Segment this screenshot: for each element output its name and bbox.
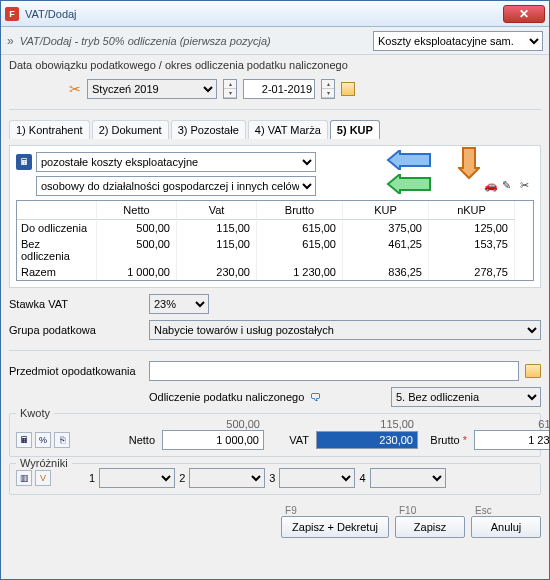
- mode-subtitle: VAT/Dodaj - tryb 50% odliczenia (pierwsz…: [20, 35, 367, 47]
- tab-pozostale[interactable]: 3) Pozostałe: [171, 120, 246, 139]
- amounts-group-label: Kwoty: [16, 407, 54, 419]
- vehicle-use-select[interactable]: osobowy do działalności gospodarczej i i…: [36, 176, 316, 196]
- vat-tag-icon[interactable]: V: [35, 470, 51, 486]
- col-empty: [17, 201, 97, 220]
- expand-icon[interactable]: »: [7, 34, 14, 48]
- scissors-small-icon[interactable]: ✂: [520, 179, 534, 193]
- d1-label: 1: [89, 472, 95, 484]
- table-row: Do odliczenia 500,00 115,00 615,00 375,0…: [17, 220, 533, 236]
- d4-select[interactable]: [370, 468, 446, 488]
- d4-label: 4: [359, 472, 365, 484]
- brutto-input[interactable]: [474, 430, 549, 450]
- app-icon: F: [5, 7, 19, 21]
- percent-icon[interactable]: %: [35, 432, 51, 448]
- col-nkup: nKUP: [429, 201, 515, 220]
- d2-select[interactable]: [189, 468, 265, 488]
- cost-type-select[interactable]: Koszty eksploatacyjne sam.: [373, 31, 543, 51]
- copy-icon[interactable]: ⎘: [54, 432, 70, 448]
- tax-date-label: Data obowiązku podatkowego / okres odlic…: [9, 59, 541, 71]
- save-decree-button[interactable]: Zapisz + Dekretuj: [281, 516, 389, 538]
- date-input[interactable]: [243, 79, 315, 99]
- tab-vat-marza[interactable]: 4) VAT Marża: [248, 120, 328, 139]
- subject-label: Przedmiot opodatkowania: [9, 365, 149, 377]
- col-kup: KUP: [343, 201, 429, 220]
- vat-input[interactable]: 230,00: [316, 431, 418, 449]
- hint-netto: 500,00: [162, 418, 264, 430]
- hint-vat: 115,00: [316, 418, 418, 430]
- d3-label: 3: [269, 472, 275, 484]
- cancel-button[interactable]: Anuluj: [471, 516, 541, 538]
- table-row: Bez odliczenia 500,00 115,00 615,00 461,…: [17, 236, 533, 264]
- calculator-icon[interactable]: 🖩: [16, 154, 32, 170]
- d1-select[interactable]: [99, 468, 175, 488]
- deduction-label: Odliczenie podatku naliczonego: [149, 391, 304, 403]
- save-button[interactable]: Zapisz: [395, 516, 465, 538]
- note-icon[interactable]: 🗨: [310, 391, 321, 403]
- netto-label: Netto: [88, 434, 158, 446]
- esc-hint: Esc: [471, 505, 492, 516]
- scissors-icon[interactable]: ✂: [69, 81, 81, 97]
- vat-rate-label: Stawka VAT: [9, 298, 149, 310]
- close-button[interactable]: ✕: [503, 5, 545, 23]
- brutto-label: Brutto *: [422, 434, 470, 446]
- netto-input[interactable]: [162, 430, 264, 450]
- deduction-select[interactable]: 5. Bez odliczenia: [391, 387, 541, 407]
- hint-brutto: 615,00: [474, 418, 549, 430]
- vat-label: VAT: [268, 434, 312, 446]
- tax-group-label: Grupa podatkowa: [9, 324, 149, 336]
- subject-input[interactable]: [149, 361, 519, 381]
- f9-hint: F9: [281, 505, 297, 516]
- calc-amounts-icon[interactable]: 🖩: [16, 432, 32, 448]
- period-spinner[interactable]: ▴▾: [223, 79, 237, 99]
- table-row: Razem 1 000,00 230,00 1 230,00 836,25 27…: [17, 264, 533, 280]
- tab-kontrahent[interactable]: 1) Kontrahent: [9, 120, 90, 139]
- expense-type-select[interactable]: pozostałe koszty eksploatacyjne: [36, 152, 316, 172]
- col-netto: Netto: [97, 201, 177, 220]
- tab-kup[interactable]: 5) KUP: [330, 120, 380, 139]
- vat-rate-select[interactable]: 23%: [149, 294, 209, 314]
- filter-icon[interactable]: ▥: [16, 470, 32, 486]
- f10-hint: F10: [395, 505, 416, 516]
- col-vat: Vat: [177, 201, 257, 220]
- distinguishers-group-label: Wyróżniki: [16, 457, 72, 469]
- window-title: VAT/Dodaj: [25, 8, 503, 20]
- edit-icon[interactable]: ✎: [502, 179, 516, 193]
- kup-table: Netto Vat Brutto KUP nKUP Do odliczenia …: [16, 200, 534, 281]
- car-icon[interactable]: 🚗: [484, 179, 498, 193]
- calendar-icon[interactable]: [341, 82, 355, 96]
- d3-select[interactable]: [279, 468, 355, 488]
- folder-icon[interactable]: [525, 364, 541, 378]
- date-spinner[interactable]: ▴▾: [321, 79, 335, 99]
- col-brutto: Brutto: [257, 201, 343, 220]
- tab-bar: 1) Kontrahent 2) Dokument 3) Pozostałe 4…: [9, 120, 541, 139]
- tax-group-select[interactable]: Nabycie towarów i usług pozostałych: [149, 320, 541, 340]
- tab-dokument[interactable]: 2) Dokument: [92, 120, 169, 139]
- period-select[interactable]: Styczeń 2019: [87, 79, 217, 99]
- d2-label: 2: [179, 472, 185, 484]
